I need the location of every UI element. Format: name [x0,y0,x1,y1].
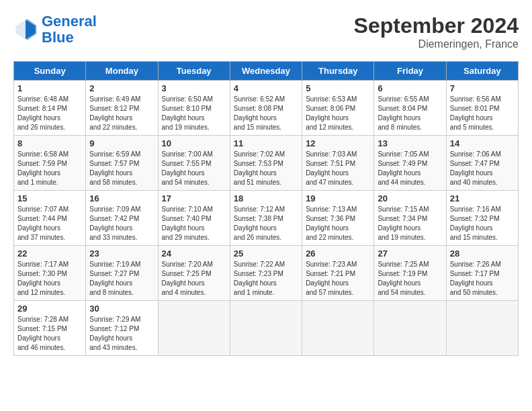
day-number: 23 [89,248,154,259]
table-row: 14 Sunrise: 7:06 AMSunset: 7:47 PMDaylig… [446,136,518,191]
header-monday: Monday [86,62,158,81]
day-number: 10 [162,138,226,148]
logo-icon [13,17,38,42]
page-subtitle: Diemeringen, France [354,38,519,50]
table-row [446,301,518,356]
day-info: Sunrise: 6:55 AMSunset: 8:04 PMDaylight … [378,95,442,132]
day-info: Sunrise: 7:22 AMSunset: 7:23 PMDaylight … [234,260,298,298]
table-row: 1 Sunrise: 6:48 AMSunset: 8:14 PMDayligh… [14,81,86,136]
day-info: Sunrise: 7:16 AMSunset: 7:32 PMDaylight … [450,205,515,242]
calendar-row: 1 Sunrise: 6:48 AMSunset: 8:14 PMDayligh… [14,81,519,136]
day-info: Sunrise: 7:06 AMSunset: 7:47 PMDaylight … [450,150,515,187]
day-info: Sunrise: 6:53 AMSunset: 8:06 PMDaylight … [306,95,370,132]
table-row: 24 Sunrise: 7:20 AMSunset: 7:25 PMDaylig… [158,246,230,301]
day-info: Sunrise: 7:00 AMSunset: 7:55 PMDaylight … [162,150,226,187]
table-row: 22 Sunrise: 7:17 AMSunset: 7:30 PMDaylig… [14,246,86,301]
day-info: Sunrise: 6:50 AMSunset: 8:10 PMDaylight … [162,95,226,132]
day-info: Sunrise: 7:25 AMSunset: 7:19 PMDaylight … [378,260,442,298]
day-number: 14 [450,138,515,148]
day-info: Sunrise: 7:02 AMSunset: 7:53 PMDaylight … [234,150,298,187]
day-number: 1 [17,83,82,93]
day-number: 11 [234,138,298,148]
table-row: 15 Sunrise: 7:07 AMSunset: 7:44 PMDaylig… [14,191,86,246]
day-info: Sunrise: 7:17 AMSunset: 7:30 PMDaylight … [17,260,82,298]
day-info: Sunrise: 7:15 AMSunset: 7:34 PMDaylight … [378,205,442,242]
day-number: 29 [17,304,82,314]
calendar-row: 8 Sunrise: 6:58 AMSunset: 7:59 PMDayligh… [14,136,519,191]
table-row: 18 Sunrise: 7:12 AMSunset: 7:38 PMDaylig… [230,191,302,246]
day-info: Sunrise: 7:07 AMSunset: 7:44 PMDaylight … [17,205,82,242]
day-number: 19 [306,193,370,203]
day-info: Sunrise: 7:28 AMSunset: 7:15 PMDaylight … [17,315,82,353]
table-row: 4 Sunrise: 6:52 AMSunset: 8:08 PMDayligh… [230,81,302,136]
header-saturday: Saturday [446,62,518,81]
day-number: 6 [378,83,442,93]
day-info: Sunrise: 6:56 AMSunset: 8:01 PMDaylight … [450,95,515,132]
header-friday: Friday [374,62,446,81]
table-row: 28 Sunrise: 7:26 AMSunset: 7:17 PMDaylig… [446,246,518,301]
day-info: Sunrise: 7:23 AMSunset: 7:21 PMDaylight … [306,260,370,298]
day-number: 26 [306,248,370,259]
table-row: 6 Sunrise: 6:55 AMSunset: 8:04 PMDayligh… [374,81,446,136]
table-row [230,301,302,356]
day-info: Sunrise: 7:09 AMSunset: 7:42 PMDaylight … [89,205,154,242]
logo-blue: Blue [42,30,97,46]
table-row: 12 Sunrise: 7:03 AMSunset: 7:51 PMDaylig… [302,136,374,191]
header-thursday: Thursday [302,62,374,81]
table-row: 21 Sunrise: 7:16 AMSunset: 7:32 PMDaylig… [446,191,518,246]
calendar-row: 29 Sunrise: 7:28 AMSunset: 7:15 PMDaylig… [14,301,519,356]
table-row: 19 Sunrise: 7:13 AMSunset: 7:36 PMDaylig… [302,191,374,246]
day-info: Sunrise: 7:12 AMSunset: 7:38 PMDaylight … [234,205,298,242]
table-row: 9 Sunrise: 6:59 AMSunset: 7:57 PMDayligh… [86,136,158,191]
day-number: 21 [450,193,515,203]
day-number: 27 [378,248,442,259]
day-number: 7 [450,83,515,93]
day-number: 9 [89,138,154,148]
day-number: 22 [17,248,82,259]
page-header: General Blue September 2024 Diemeringen,… [13,13,519,50]
day-number: 12 [306,138,370,148]
table-row: 29 Sunrise: 7:28 AMSunset: 7:15 PMDaylig… [14,301,86,356]
page-title: September 2024 [354,13,519,38]
table-row: 26 Sunrise: 7:23 AMSunset: 7:21 PMDaylig… [302,246,374,301]
day-info: Sunrise: 7:29 AMSunset: 7:12 PMDaylight … [89,315,154,353]
table-row: 2 Sunrise: 6:49 AMSunset: 8:12 PMDayligh… [86,81,158,136]
table-row: 23 Sunrise: 7:19 AMSunset: 7:27 PMDaylig… [86,246,158,301]
day-number: 24 [162,248,226,259]
day-number: 25 [234,248,298,259]
calendar-row: 22 Sunrise: 7:17 AMSunset: 7:30 PMDaylig… [14,246,519,301]
day-info: Sunrise: 7:10 AMSunset: 7:40 PMDaylight … [162,205,226,242]
day-number: 18 [234,193,298,203]
day-number: 4 [234,83,298,93]
header-wednesday: Wednesday [230,62,302,81]
logo-text: General Blue [42,13,97,46]
table-row: 17 Sunrise: 7:10 AMSunset: 7:40 PMDaylig… [158,191,230,246]
table-row: 30 Sunrise: 7:29 AMSunset: 7:12 PMDaylig… [86,301,158,356]
day-info: Sunrise: 6:59 AMSunset: 7:57 PMDaylight … [89,150,154,187]
table-row: 3 Sunrise: 6:50 AMSunset: 8:10 PMDayligh… [158,81,230,136]
table-row [158,301,230,356]
logo-general: General [42,13,97,30]
day-info: Sunrise: 6:48 AMSunset: 8:14 PMDaylight … [17,95,82,132]
day-number: 5 [306,83,370,93]
day-number: 28 [450,248,515,259]
day-info: Sunrise: 7:03 AMSunset: 7:51 PMDaylight … [306,150,370,187]
logo: General Blue [13,13,97,46]
calendar-table: Sunday Monday Tuesday Wednesday Thursday… [13,61,519,356]
table-row: 7 Sunrise: 6:56 AMSunset: 8:01 PMDayligh… [446,81,518,136]
header-sunday: Sunday [14,62,86,81]
table-row: 5 Sunrise: 6:53 AMSunset: 8:06 PMDayligh… [302,81,374,136]
day-number: 8 [17,138,82,148]
day-number: 2 [89,83,154,93]
day-number: 20 [378,193,442,203]
day-number: 16 [89,193,154,203]
table-row: 20 Sunrise: 7:15 AMSunset: 7:34 PMDaylig… [374,191,446,246]
table-row: 13 Sunrise: 7:05 AMSunset: 7:49 PMDaylig… [374,136,446,191]
day-number: 17 [162,193,226,203]
day-number: 13 [378,138,442,148]
table-row: 25 Sunrise: 7:22 AMSunset: 7:23 PMDaylig… [230,246,302,301]
day-number: 15 [17,193,82,203]
day-info: Sunrise: 6:49 AMSunset: 8:12 PMDaylight … [89,95,154,132]
header-tuesday: Tuesday [158,62,230,81]
table-row: 10 Sunrise: 7:00 AMSunset: 7:55 PMDaylig… [158,136,230,191]
